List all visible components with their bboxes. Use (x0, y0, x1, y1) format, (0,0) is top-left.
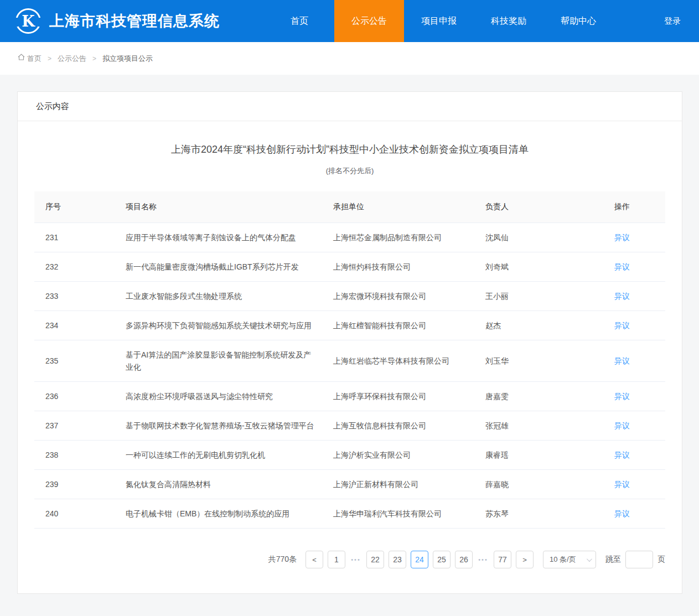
cell-person-name: 张冠雄 (474, 411, 603, 440)
more-pages-ellipsis[interactable]: ••• (350, 556, 362, 563)
jump-page-input[interactable] (625, 551, 653, 568)
nav-item-help-center[interactable]: 帮助中心 (543, 0, 613, 42)
cell-project-name: 电子机械卡钳（EMB）在线控制制动系统的应用 (115, 499, 322, 528)
home-icon (18, 54, 25, 62)
page-button-77[interactable]: 77 (494, 551, 511, 568)
cell-serial-number: 240 (34, 499, 115, 528)
objection-link[interactable]: 异议 (614, 292, 630, 301)
page-size-select[interactable]: 10 条/页 (543, 551, 596, 568)
login-button[interactable]: 登录 (664, 16, 681, 27)
table-row: 235基于AI算法的国产涂胶显影设备智能控制系统研发及产业化上海红岩临芯半导体科… (34, 340, 665, 382)
nav-item-announcements[interactable]: 公示公告 (334, 0, 404, 42)
table-body: 231应用于半导体领域等离子刻蚀设备上的气体分配盘上海恒芯金属制品制造有限公司沈… (34, 223, 665, 529)
cell-company-name: 上海宏微环境科技有限公司 (322, 282, 474, 310)
column-header-2: 项目名称 (115, 191, 322, 222)
page-subtitle: (排名不分先后) (18, 166, 682, 176)
page-button-23[interactable]: 23 (389, 551, 406, 568)
cell-serial-number: 236 (34, 382, 115, 411)
table-row: 232新一代高能量密度微沟槽场截止IGBT系列芯片开发上海恒灼科技有限公司刘奇斌… (34, 252, 665, 282)
column-header-4: 负责人 (474, 191, 603, 222)
cell-action: 异议 (603, 311, 665, 340)
objection-link[interactable]: 异议 (614, 392, 630, 401)
cell-person-name: 王小丽 (474, 282, 603, 310)
cell-person-name: 沈凤仙 (474, 223, 603, 252)
table-header-row: 序号项目名称承担单位负责人操作 (34, 191, 665, 223)
table-row: 234多源异构环境下负荷智能感知系统关键技术研究与应用上海红檀智能科技有限公司赵… (34, 311, 665, 340)
page-buttons: <1•••2223242526•••77> (306, 551, 534, 568)
cell-serial-number: 233 (34, 282, 115, 310)
cell-person-name: 康睿瑶 (474, 441, 603, 469)
objection-link[interactable]: 异议 (614, 509, 630, 518)
objection-link[interactable]: 异议 (614, 480, 630, 489)
cell-company-name: 上海华申瑞利汽车科技有限公司 (322, 499, 474, 528)
objection-link[interactable]: 异议 (614, 233, 630, 242)
cell-person-name: 刘奇斌 (474, 252, 603, 281)
cell-company-name: 上海沪正新材料有限公司 (322, 470, 474, 499)
next-page-button[interactable]: > (516, 551, 534, 568)
cell-serial-number: 234 (34, 311, 115, 340)
breadcrumb-separator: > (92, 55, 96, 63)
cell-serial-number: 238 (34, 441, 115, 469)
objection-link[interactable]: 异议 (614, 321, 630, 330)
nav-item-project-application[interactable]: 项目申报 (404, 0, 474, 42)
cell-serial-number: 239 (34, 470, 115, 499)
cell-project-name: 氮化钛复合高清隔热材料 (115, 470, 322, 499)
column-header-3: 承担单位 (322, 191, 474, 222)
table-row: 238一种可以连续工作的无刷电机剪切乳化机上海沪析实业有限公司康睿瑶异议 (34, 441, 665, 470)
page-button-1[interactable]: 1 (328, 551, 345, 568)
page-title: 上海市2024年度“科技创新行动计划”科技型中小企业技术创新资金拟立项项目清单 (18, 142, 682, 157)
cell-action: 异议 (603, 499, 665, 528)
objection-link[interactable]: 异议 (614, 451, 630, 459)
pagination: 共770条 <1•••2223242526•••77> 10 条/页 跳至 页 (34, 551, 665, 593)
page-button-22[interactable]: 22 (366, 551, 384, 568)
cell-person-name: 苏东琴 (474, 499, 603, 528)
cell-company-name: 上海沪析实业有限公司 (322, 441, 474, 469)
breadcrumb-item-announcements[interactable]: 公示公告 (58, 54, 86, 64)
breadcrumb-item-proposed-projects: 拟立项项目公示 (102, 54, 153, 64)
total-count: 共770条 (268, 555, 297, 565)
breadcrumb-item-home[interactable]: 首页 (18, 54, 42, 64)
objection-link[interactable]: 异议 (614, 356, 630, 365)
page-button-26[interactable]: 26 (455, 551, 473, 568)
cell-company-name: 上海恒芯金属制品制造有限公司 (322, 223, 474, 252)
main-nav: 首页公示公告项目申报科技奖励帮助中心 (265, 0, 613, 42)
cell-serial-number: 232 (34, 252, 115, 281)
table-row: 237基于物联网技术数字化智慧养殖场-互牧云猪场管理平台上海互牧信息科技有限公司… (34, 411, 665, 441)
table-row: 231应用于半导体领域等离子刻蚀设备上的气体分配盘上海恒芯金属制品制造有限公司沈… (34, 223, 665, 252)
objection-link[interactable]: 异议 (614, 421, 630, 430)
breadcrumb: 首页>公示公告>拟立项项目公示 (0, 42, 699, 75)
cell-company-name: 上海红岩临芯半导体科技有限公司 (322, 346, 474, 375)
page-unit-label: 页 (657, 555, 665, 565)
cell-company-name: 上海红檀智能科技有限公司 (322, 311, 474, 340)
cell-person-name: 刘玉华 (474, 346, 603, 375)
table-row: 239氮化钛复合高清隔热材料上海沪正新材料有限公司薛嘉晓异议 (34, 470, 665, 499)
cell-action: 异议 (603, 382, 665, 411)
cell-project-name: 基于AI算法的国产涂胶显影设备智能控制系统研发及产业化 (115, 340, 322, 381)
cell-project-name: 高浓度粉尘环境呼吸器送风与滤尘特性研究 (115, 382, 322, 411)
jump-to-label: 跳至 (605, 555, 621, 565)
breadcrumb-separator: > (48, 55, 51, 63)
projects-table: 序号项目名称承担单位负责人操作 231应用于半导体领域等离子刻蚀设备上的气体分配… (34, 191, 665, 529)
cell-project-name: 基于物联网技术数字化智慧养殖场-互牧云猪场管理平台 (115, 411, 322, 440)
page-button-25[interactable]: 25 (433, 551, 451, 568)
objection-link[interactable]: 异议 (614, 262, 630, 271)
nav-item-tech-awards[interactable]: 科技奖励 (474, 0, 543, 42)
cell-action: 异议 (603, 223, 665, 252)
more-pages-ellipsis[interactable]: ••• (477, 556, 489, 563)
cell-project-name: 一种可以连续工作的无刷电机剪切乳化机 (115, 441, 322, 469)
breadcrumb-label: 公示公告 (58, 54, 86, 64)
column-header-1: 序号 (34, 191, 115, 222)
cell-person-name: 薛嘉晓 (474, 470, 603, 499)
breadcrumb-label: 拟立项项目公示 (102, 54, 153, 64)
page-button-24[interactable]: 24 (411, 551, 428, 568)
prev-page-button[interactable]: < (306, 551, 323, 568)
cell-person-name: 唐嘉雯 (474, 382, 603, 411)
cell-company-name: 上海恒灼科技有限公司 (322, 252, 474, 281)
cell-serial-number: 237 (34, 411, 115, 440)
cell-serial-number: 235 (34, 346, 115, 375)
cell-action: 异议 (603, 441, 665, 469)
cell-company-name: 上海互牧信息科技有限公司 (322, 411, 474, 440)
cell-project-name: 工业废水智能多段式生物处理系统 (115, 282, 322, 310)
nav-item-home[interactable]: 首页 (265, 0, 334, 42)
table-row: 233工业废水智能多段式生物处理系统上海宏微环境科技有限公司王小丽异议 (34, 282, 665, 311)
